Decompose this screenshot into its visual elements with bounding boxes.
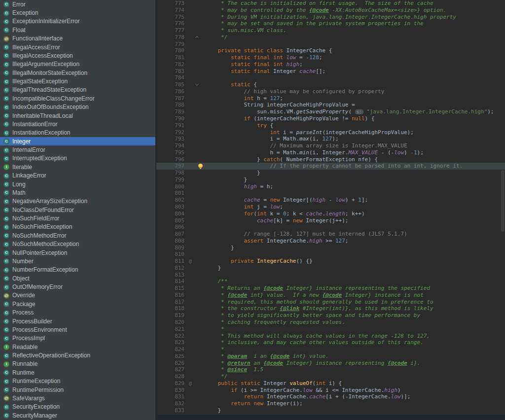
code-line-813[interactable]: 813 [156,272,505,279]
code-line-815[interactable]: 815 * Returns an {@code Integer} instanc… [156,285,505,292]
line-number[interactable]: 796 [156,156,187,163]
code-line-823[interactable]: 823 * inclusive, and may cache other val… [156,339,505,346]
sidebar-item-ProcessEnvironment[interactable]: CProcessEnvironment [0,325,155,334]
fold-marker-icon[interactable] [195,36,199,39]
code-line-829[interactable]: 829@ public static Integer valueOf(int i… [156,380,505,387]
line-number[interactable]: 780 [156,47,187,54]
code-line-811[interactable]: 811@ private IntegerCache() {} [156,258,505,265]
line-number[interactable]: 811 [156,258,187,265]
code-line-812[interactable]: 812 } [156,265,505,272]
sidebar-item-InternalError[interactable]: CInternalError [0,145,155,154]
code-editor[interactable]: 773 * The cache is initialized on first … [156,0,505,420]
sidebar-item-IllegalStateException[interactable]: CIllegalStateException [0,77,155,85]
code-line-832[interactable]: 832 return new Integer(i); [156,400,505,407]
sidebar-item-ExceptionInInitializerError[interactable]: CExceptionInInitializerError [0,17,155,26]
line-number[interactable]: 807 [156,231,187,238]
code-line-802[interactable]: 802 cache = new Integer[(high - low) + 1… [156,197,505,204]
line-number[interactable]: 827 [156,366,187,373]
line-number[interactable]: 785 [156,81,187,88]
sidebar-item-RuntimeException[interactable]: CRuntimeException [0,377,155,385]
sidebar-item-IncompatibleClassChangeError[interactable]: CIncompatibleClassChangeError [0,94,155,103]
code-line-821[interactable]: 821 * [156,326,505,333]
sidebar-item-Process[interactable]: CProcess [0,309,155,317]
line-number[interactable]: 798 [156,170,187,176]
line-number[interactable]: 804 [156,210,187,217]
code-line-830[interactable]: 830 if (i >= IntegerCache.low && i <= In… [156,387,505,394]
code-line-827[interactable]: 827 * @since 1.5 [156,366,505,373]
code-line-824[interactable]: 824 * [156,346,505,353]
code-line-801[interactable]: 801 [156,190,505,197]
code-line-797[interactable]: 797 // If the property cannot be parsed … [156,163,505,170]
line-number[interactable]: 801 [156,190,187,197]
code-line-793[interactable]: 793 i = Math.max(i, 127); [156,136,505,142]
line-number[interactable]: 810 [156,251,187,258]
sidebar-item-Runnable[interactable]: IRunnable [0,360,155,368]
sidebar-item-IllegalMonitorStateException[interactable]: CIllegalMonitorStateException [0,69,155,77]
code-line-808[interactable]: 808 assert IntegerCache.high >= 127; [156,238,505,245]
sidebar-item-NoSuchMethodException[interactable]: CNoSuchMethodException [0,240,155,248]
code-line-789[interactable]: 789 sun.misc.VM.getSavedProperty( s: "ja… [156,108,505,115]
fold-marker-icon[interactable] [195,82,199,86]
code-line-803[interactable]: 803 int j = low; [156,204,505,210]
code-line-781[interactable]: 781 static final int low = -128; [156,54,505,61]
intention-bulb-icon[interactable] [198,164,203,168]
line-number[interactable]: 797 [156,163,187,170]
code-line-807[interactable]: 807 // range [-128, 127] must be interne… [156,231,505,238]
code-line-817[interactable]: 817 * required, this method should gener… [156,299,505,306]
sidebar-item-Override[interactable]: @Override [0,291,155,300]
sidebar-item-Error[interactable]: CError [0,0,155,8]
line-number[interactable]: 820 [156,319,187,326]
line-number[interactable]: 829 [156,380,187,387]
code-line-777[interactable]: 777 * sun.misc.VM class. [156,27,505,34]
sidebar-item-OutOfMemoryError[interactable]: COutOfMemoryError [0,282,155,291]
code-line-780[interactable]: 780 private static class IntegerCache { [156,47,505,54]
sidebar-item-Float[interactable]: CFloat [0,26,155,34]
code-line-784[interactable]: 784 [156,74,505,81]
line-number[interactable]: 792 [156,129,187,136]
code-line-805[interactable]: 805 cache[k] = new Integer(j++); [156,217,505,224]
code-line-816[interactable]: 816 * {@code int} value. If a new {@code… [156,292,505,299]
code-line-822[interactable]: 822 * This method will always cache valu… [156,333,505,340]
line-number[interactable]: 787 [156,95,187,102]
sidebar-item-Long[interactable]: CLong [0,180,155,188]
sidebar-item-Runtime[interactable]: CRuntime [0,368,155,377]
code-line-782[interactable]: 782 static final int high; [156,61,505,68]
line-number[interactable]: 825 [156,353,187,360]
line-number[interactable]: 813 [156,272,187,279]
line-number[interactable]: 788 [156,102,187,108]
code-line-775[interactable]: 775 * During VM initialization, java.lan… [156,14,505,21]
code-line-774[interactable]: 774 * may be controlled by the {@code -X… [156,7,505,14]
line-number[interactable]: 830 [156,387,187,394]
line-number[interactable]: 774 [156,7,187,14]
line-number[interactable]: 781 [156,54,187,61]
sidebar-item-IllegalAccessException[interactable]: CIllegalAccessException [0,51,155,60]
line-number[interactable]: 806 [156,224,187,231]
sidebar-item-Iterable[interactable]: IIterable [0,163,155,171]
annotation-gutter-icon[interactable]: @ [189,258,192,265]
code-line-826[interactable]: 826 * @return an {@code Integer} instanc… [156,360,505,367]
code-line-778[interactable]: 778 */ [156,34,505,41]
line-number[interactable]: 814 [156,278,187,285]
sidebar-item-SecurityException[interactable]: CSecurityException [0,403,155,411]
line-number[interactable]: 815 [156,285,187,292]
line-number[interactable]: 805 [156,217,187,224]
sidebar-item-Package[interactable]: CPackage [0,300,155,308]
sidebar-item-IllegalArgumentException[interactable]: CIllegalArgumentException [0,60,155,69]
line-number[interactable]: 778 [156,34,187,41]
sidebar-item-ReflectiveOperationException[interactable]: CReflectiveOperationException [0,351,155,359]
code-line-785[interactable]: 785 static { [156,81,505,88]
sidebar-item-RuntimePermission[interactable]: CRuntimePermission [0,385,155,394]
code-line-792[interactable]: 792 int i = parseInt(integerCacheHighPro… [156,129,505,136]
line-number[interactable]: 821 [156,326,187,333]
line-number[interactable]: 794 [156,142,187,149]
sidebar-item-NoSuchFieldError[interactable]: CNoSuchFieldError [0,214,155,222]
sidebar-item-InterruptedException[interactable]: CInterruptedException [0,154,155,163]
code-line-794[interactable]: 794 // Maximum array size is Integer.MAX… [156,142,505,149]
code-line-783[interactable]: 783 static final Integer cache[]; [156,68,505,75]
sidebar-item-ProcessBuilder[interactable]: CProcessBuilder [0,317,155,325]
line-number[interactable]: 818 [156,305,187,312]
code-line-798[interactable]: 798 } [156,170,505,176]
sidebar-item-NoClassDefFoundError[interactable]: CNoClassDefFoundError [0,206,155,214]
line-number[interactable]: 800 [156,183,187,190]
code-line-828[interactable]: 828 */ [156,373,505,380]
